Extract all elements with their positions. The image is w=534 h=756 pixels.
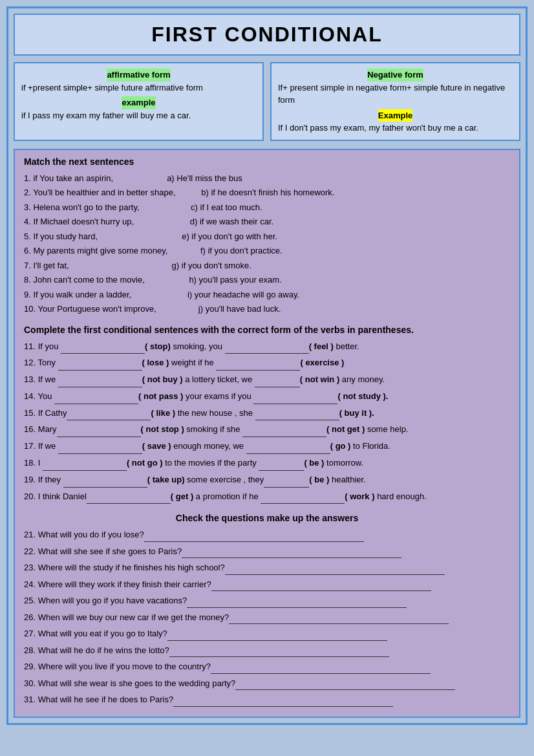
list-item: 28. What will he do if he wins the lotto… (24, 644, 510, 658)
answer-list: 21. What will you do if you lose? 22. Wh… (24, 528, 510, 707)
answer-blank (235, 677, 455, 691)
list-item: 27. What will you eat if you go to Italy… (24, 627, 510, 641)
answer-blank (187, 594, 407, 608)
negative-label: Negative form (367, 69, 423, 81)
blank (58, 440, 142, 454)
list-item: 16. Mary ( not stop ) smoking if she ( n… (24, 423, 510, 437)
list-item: 22. What will she see if she goes to Par… (24, 545, 510, 559)
list-item: 26. When will we buy our new car if we g… (24, 611, 510, 625)
affirmative-example: if I pass my exam my father will buy me … (21, 109, 256, 122)
answer-blank (229, 611, 449, 625)
blank (255, 373, 300, 387)
blank (58, 373, 142, 387)
negative-box: Negative form If+ present simple in nega… (270, 62, 520, 141)
affirmative-label: affirmative form (107, 69, 170, 81)
blank (242, 423, 326, 437)
blank (259, 457, 304, 471)
answer-blank (173, 693, 393, 707)
affirmative-box: affirmative form if +present simple+ sim… (14, 62, 264, 141)
list-item: 29. Where will you live if you move to t… (24, 660, 510, 674)
negative-example-label: Example (378, 109, 412, 122)
title-box: FIRST CONDITIONAL (14, 14, 520, 56)
answer-blank (225, 561, 445, 575)
blank (58, 356, 142, 371)
blank (57, 423, 141, 437)
list-item: 20. I think Daniel ( get ) a promotion i… (24, 490, 510, 504)
list-item: 21. What will you do if you lose? (24, 528, 510, 542)
list-item: 25. When will you go if you have vacatio… (24, 594, 510, 608)
list-item: 10. Your Portuguese won't improve, j) yo… (24, 303, 510, 316)
blank (87, 490, 171, 504)
list-item: 17. If we ( save ) enough money, we ( go… (24, 440, 510, 454)
blank (54, 390, 138, 404)
affirmative-example-label: example (122, 96, 155, 109)
answer-blank (144, 528, 364, 542)
affirmative-rule: if +present simple+ simple future affirm… (21, 81, 256, 94)
list-item: 18. I ( not go ) to the movies if the pa… (24, 457, 510, 471)
list-item: 31. What will he see if he does to Paris… (24, 693, 510, 707)
list-item: 12. Tony ( lose ) weight if he ( exercis… (24, 356, 510, 371)
blank (253, 390, 337, 404)
blank (43, 457, 127, 471)
list-item: 9. If you walk under a ladder, i) your h… (24, 288, 510, 301)
list-item: 8. John can't come to the movie, h) you'… (24, 274, 510, 286)
blank (67, 407, 151, 421)
main-content: Match the next sentences 1. if You take … (14, 149, 520, 718)
page-title: FIRST CONDITIONAL (151, 23, 383, 46)
answer-blank (182, 545, 401, 559)
list-item: 2. You'll be healthier and in better sha… (24, 186, 510, 199)
list-item: 4. If Michael doesn't hurry up, d) if we… (24, 215, 510, 228)
exercise-list: 11. If you ( stop) smoking, you ( feel )… (24, 340, 510, 504)
list-item: 13. If we ( not buy ) a lottery ticket, … (24, 373, 510, 387)
list-item: 6. My parents might give some money, f) … (24, 244, 510, 257)
answer-blank (169, 644, 389, 658)
blank (246, 440, 330, 454)
answer-blank (211, 578, 431, 592)
blank (255, 407, 339, 421)
list-item: 1. if You take an aspirin, a) He'll miss… (24, 172, 510, 185)
blank (61, 340, 145, 354)
list-item: 23. Where will the study if he finishes … (24, 561, 510, 575)
blank (216, 356, 300, 371)
blank (225, 340, 309, 354)
negative-example: If I don't pass my exam, my father won't… (278, 122, 513, 135)
section3-title: Check the questions make up the answers (24, 513, 510, 523)
blank (63, 473, 147, 488)
section1-title: Match the next sentences (24, 157, 510, 167)
answer-blank (167, 627, 387, 641)
grammar-boxes: affirmative form if +present simple+ sim… (14, 62, 520, 141)
sentence-list: 1. if You take an aspirin, a) He'll miss… (24, 172, 510, 316)
section2-title: Complete the first conditional sentences… (24, 325, 510, 335)
list-item: 7. I'll get fat, g) if you don't smoke. (24, 259, 510, 272)
blank (261, 490, 345, 504)
list-item: 30. What will she wear is she goes to th… (24, 677, 510, 691)
list-item: 3. Helena won't go to the party, c) if I… (24, 201, 510, 214)
negative-rule: If+ present simple in negative form+ sim… (278, 81, 513, 107)
list-item: 19. If they ( take up) some exercise , t… (24, 473, 510, 488)
list-item: 24. Where will they work if they finish … (24, 578, 510, 592)
list-item: 5. If you study hard, e) if you don't go… (24, 230, 510, 243)
outer-container: FIRST CONDITIONAL affirmative form if +p… (6, 6, 528, 725)
blank (264, 473, 309, 488)
list-item: 11. If you ( stop) smoking, you ( feel )… (24, 340, 510, 354)
list-item: 14. You ( not pass ) your exams if you (… (24, 390, 510, 404)
answer-blank (211, 660, 431, 674)
list-item: 15. If Cathy ( like ) the new house , sh… (24, 407, 510, 421)
